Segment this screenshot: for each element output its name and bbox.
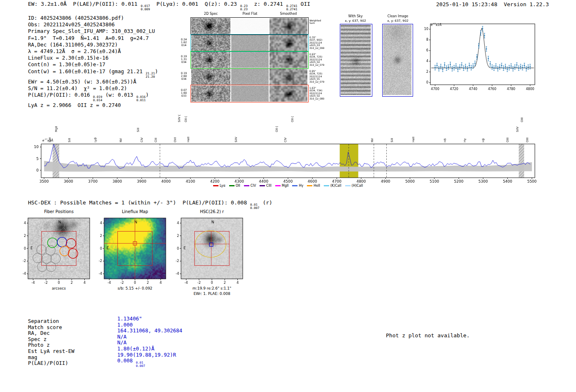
svg-text:-4: -4	[23, 272, 26, 276]
svg-text:-4: -4	[99, 272, 102, 276]
spec2d-col-title: Pixel Flat	[231, 12, 269, 16]
emission-line-label: OIII	[526, 137, 529, 142]
sky-panel-title: With Sky	[335, 14, 376, 18]
photz-note: Phot z plot not available.	[386, 332, 470, 339]
svg-text:10: 10	[34, 145, 39, 149]
spec2d-cell-canvas	[231, 18, 269, 34]
sky-panel-subtitle: x, y: 637, 902	[377, 19, 418, 23]
fiber-circle-faint	[33, 235, 42, 245]
legend-label: OII	[236, 184, 240, 188]
emission-line-label: Lyβ	[94, 137, 97, 142]
svg-text:4700: 4700	[332, 179, 341, 183]
spec2d-row-left-label: 0.241.62014	[178, 38, 190, 47]
emission-line-label: SiIV (	[178, 115, 181, 122]
svg-text:4: 4	[426, 59, 428, 63]
svg-text:-2: -2	[99, 259, 102, 263]
spec2d-row-border	[190, 34, 309, 52]
match-row-value: 164.311068, 49.302684	[117, 328, 182, 334]
emission-line-label: OVI	[174, 137, 177, 142]
svg-text:-4: -4	[185, 281, 188, 285]
spectrum-legend: LyαOIICIVCIIIMgIIHγHeII(K)CaII(H)CaII	[181, 184, 395, 188]
hsc-r-image	[181, 218, 243, 279]
svg-text:4740: 4740	[469, 87, 477, 91]
info-line: S/N = 11.2(±0.4) χ² = 1.0(±0.2)	[28, 85, 158, 92]
spec2d-cell-canvas	[231, 69, 269, 85]
svg-text:5: 5	[36, 157, 39, 161]
match-row-value: 0.008 0.010.007	[117, 358, 145, 368]
detection-info-block: ID: 4025243806 (4025243806.pdf)Obs: 2022…	[28, 15, 158, 109]
spec2d-cell-canvas	[191, 69, 230, 85]
info-line: λ = 4749.12Å σ = 2.76(±0.24)Å	[28, 48, 158, 55]
info-line: LyA z = 2.9066 OII z = 0.2740	[28, 102, 158, 109]
emission-line-label: CIII	[154, 138, 158, 142]
fiber-circle-faint	[75, 235, 85, 244]
stacked-uncertainty: 0.27410.2741	[286, 5, 297, 11]
info-line: Cont(n) = 1.30(±0.05)e-17	[28, 61, 158, 68]
info-line: EWr = 4.50(±0.35) (w: 3.60(±0.25))Å	[28, 79, 158, 85]
aperture-ellipse	[195, 231, 226, 257]
cutout-overlay: -4-4-2-2002244NE	[23, 218, 90, 285]
svg-text:-2: -2	[44, 281, 48, 285]
info-line: F=1.9" T=0.149 N̄=1.41 A=0.91 g=24.7	[28, 35, 158, 42]
svg-text:5400: 5400	[503, 179, 512, 183]
match-row-label: Photo z	[28, 342, 50, 348]
match-row-value: 1.13406"	[117, 316, 142, 322]
info-line: P(LAE)/P(OII): 0.016 0.0190.014 (w: 0.01…	[28, 92, 158, 102]
extraction-box	[118, 231, 152, 265]
spec2d-row-left-label: 0.071.60033	[178, 89, 190, 97]
info-line: ID: 4025243806 (4025243806.pdf)	[28, 15, 158, 21]
legend-swatch	[324, 185, 329, 186]
spec2d-row-left-label: 0.192.60034	[178, 72, 190, 81]
compass-north: N	[58, 220, 61, 224]
match-row-label: Separation	[28, 318, 59, 324]
spec2d-row-right-label: 0.70"(637, 902)20221124v025_03310_LU_099	[309, 36, 324, 49]
svg-text:0: 0	[24, 247, 26, 251]
svg-text:5000: 5000	[405, 179, 415, 183]
spec2d-cell-canvas	[231, 35, 269, 51]
spec2d-cell-canvas	[191, 86, 230, 102]
fiber-circle-weighted	[57, 237, 67, 247]
svg-text:2: 2	[224, 281, 226, 285]
match-row-value: 19.90(19.88,19.92)R	[117, 352, 176, 358]
spec2d-col-title: Smoothed	[269, 12, 307, 16]
svg-text:4780: 4780	[507, 87, 515, 91]
legend-swatch	[213, 185, 218, 186]
svg-text:3600: 3600	[64, 179, 73, 183]
sky-panel-canvas	[383, 25, 411, 95]
spec2d-row-border	[190, 85, 309, 102]
emission-line-label: SiII	[390, 138, 394, 142]
svg-text:2: 2	[100, 234, 102, 238]
legend-swatch	[244, 185, 249, 186]
legend-label: Hγ	[299, 184, 303, 188]
emission-line-label: CIV	[140, 137, 144, 142]
stacked-uncertainty: 0.010.007	[250, 203, 260, 210]
sky-panel-title: Clean Image	[377, 14, 418, 18]
emission-line-label: OII (	[184, 116, 188, 122]
emission-line-label: OII (	[291, 116, 294, 122]
compass-east: E	[107, 246, 109, 250]
lineflux-map-image	[104, 218, 166, 279]
legend-label: (H)CaII	[352, 184, 363, 188]
legend-item: CIV	[244, 184, 256, 188]
match-row-label: RA, Dec	[28, 330, 50, 336]
legend-label: HeII	[314, 184, 320, 188]
extraction-box	[42, 231, 76, 265]
svg-text:4: 4	[160, 281, 162, 285]
fiber-circle	[46, 246, 55, 255]
svg-text:6: 6	[426, 49, 428, 52]
legend-item: (H)CaII	[345, 184, 363, 188]
svg-text:4760: 4760	[488, 87, 496, 91]
info-line: LineFlux = 2.30(±0.15)e-16	[28, 55, 158, 61]
legend-item: MgII	[275, 184, 289, 188]
spec2d-row-border	[190, 51, 309, 69]
match-row-value: 1.000	[117, 322, 133, 328]
fiber-circle-weighted	[68, 249, 78, 258]
svg-text:2: 2	[426, 70, 428, 74]
spec2d-row-right-label: 0.93"(634, 725)20221124v025_02310_LU_079	[309, 53, 324, 66]
sky-panel-border	[382, 24, 413, 97]
fiber-circle	[51, 254, 60, 263]
svg-text:4: 4	[177, 221, 179, 225]
legend-label: MgII	[282, 184, 289, 188]
timestamp-version: 2025-01-10 15:23:48 Version 1.22.3	[436, 1, 549, 7]
svg-text:4000: 4000	[161, 179, 171, 183]
